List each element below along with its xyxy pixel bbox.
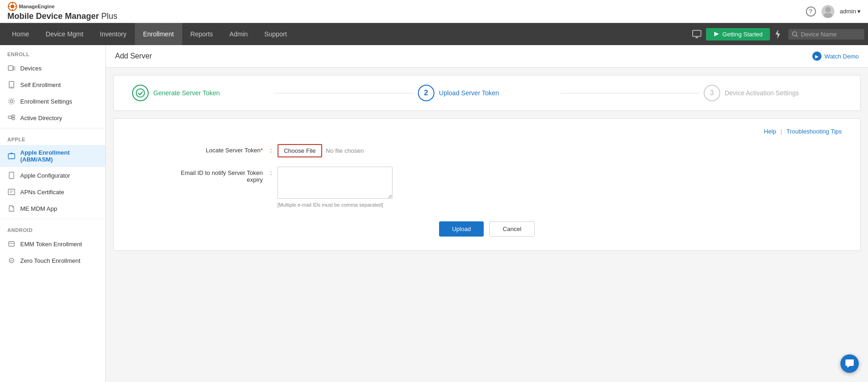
sidebar-section-android: Android <box>0 221 105 236</box>
sidebar-label-apple-enrollment: Apple Enrollment (ABM/ASM) <box>20 149 98 163</box>
step-3-circle: 3 <box>704 85 720 101</box>
email-hint: [Multiple e-mail IDs must be comma separ… <box>278 202 805 208</box>
step-connector-2 <box>561 93 699 93</box>
sidebar-label-apple-configurator: Apple Configurator <box>20 172 70 179</box>
form-actions: Upload Cancel <box>132 221 842 241</box>
content-area: Add Server ▶ Watch Demo Gen <box>106 45 868 382</box>
svg-rect-15 <box>8 66 13 70</box>
form-area: Help | Troubleshooting Tips Locate Serve… <box>113 118 861 251</box>
sidebar-item-active-directory[interactable]: Active Directory <box>0 110 105 126</box>
step-3: 3 Device Activation Settings <box>704 85 842 101</box>
sidebar-item-me-mdm-app[interactable]: ME MDM App <box>0 200 105 217</box>
form-colon-2: : <box>270 167 278 176</box>
sidebar-label-apns-certificate: APNs Certificate <box>20 189 64 196</box>
me-mdm-icon <box>7 204 16 213</box>
step-2-label: Upload Server Token <box>439 89 499 97</box>
nav-support[interactable]: Support <box>256 23 295 45</box>
nav-home[interactable]: Home <box>4 23 37 45</box>
sidebar-item-zero-touch[interactable]: Zero Touch Enrollment <box>0 252 105 269</box>
emm-token-icon <box>7 240 16 248</box>
nav-enrollment[interactable]: Enrollment <box>135 23 182 45</box>
email-textarea[interactable] <box>278 167 393 199</box>
sidebar-label-enrollment-settings: Enrollment Settings <box>20 98 72 105</box>
page-title: Add Server <box>115 52 152 60</box>
sidebar-divider-2 <box>0 219 105 219</box>
avatar[interactable] <box>822 5 834 18</box>
svg-point-6 <box>825 7 831 12</box>
sidebar-section-enroll: Enroll <box>0 45 105 60</box>
step-2-number: 2 <box>424 89 428 97</box>
apple-enrollment-icon <box>7 152 16 160</box>
file-input-row: Choose File No file chosen <box>278 144 805 157</box>
bolt-icon-btn[interactable] <box>770 23 786 45</box>
nav-admin[interactable]: Admin <box>221 23 256 45</box>
play-icon: ▶ <box>812 52 822 61</box>
sidebar-label-emm-token: EMM Token Enrollment <box>20 241 82 248</box>
monitor-icon-btn[interactable] <box>688 23 706 45</box>
svg-line-25 <box>12 117 12 119</box>
active-directory-icon <box>7 114 16 122</box>
sidebar-item-emm-token[interactable]: EMM Token Enrollment <box>0 236 105 252</box>
watch-demo-btn[interactable]: ▶ Watch Demo <box>812 52 859 61</box>
nav-inventory[interactable]: Inventory <box>92 23 135 45</box>
svg-rect-8 <box>693 30 701 36</box>
logo-top: ManageEngine <box>7 1 117 12</box>
admin-menu[interactable]: admin ▾ <box>840 8 861 15</box>
sidebar-label-self-enrollment: Self Enrollment <box>20 81 61 88</box>
troubleshooting-link[interactable]: Troubleshooting Tips <box>787 128 842 135</box>
getting-started-btn[interactable]: Getting Started <box>706 28 770 41</box>
choose-file-btn[interactable]: Choose File <box>278 144 322 157</box>
chat-bubble-btn[interactable] <box>840 354 859 373</box>
wizard-steps: Generate Server Token 2 Upload Server To… <box>113 75 861 111</box>
pipe-divider: | <box>781 128 782 135</box>
svg-point-33 <box>9 258 14 263</box>
apple-configurator-icon <box>7 171 16 179</box>
svg-rect-31 <box>9 242 14 246</box>
sidebar-item-devices[interactable]: Devices <box>0 60 105 76</box>
step-3-label: Device Activation Settings <box>725 89 799 97</box>
chat-icon <box>845 359 855 369</box>
svg-line-14 <box>796 35 798 37</box>
sidebar-item-enrollment-settings[interactable]: Enrollment Settings <box>0 93 105 110</box>
cancel-btn[interactable]: Cancel <box>489 221 534 237</box>
svg-point-19 <box>10 100 13 103</box>
sidebar-item-self-enrollment[interactable]: Self Enrollment <box>0 76 105 93</box>
step-connector-1 <box>275 93 413 93</box>
main-layout: Enroll Devices Self Enrollment <box>0 45 868 382</box>
svg-rect-28 <box>8 189 15 195</box>
help-icon-btn[interactable]: ? <box>806 6 816 17</box>
nav-reports[interactable]: Reports <box>182 23 221 45</box>
page-header: Add Server ▶ Watch Demo <box>106 45 868 68</box>
watch-demo-label: Watch Demo <box>824 53 859 60</box>
sidebar-item-apns-certificate[interactable]: APNs Certificate <box>0 184 105 200</box>
apns-certificate-icon <box>7 188 16 196</box>
search-input[interactable] <box>801 31 861 38</box>
svg-rect-5 <box>15 6 17 7</box>
help-link[interactable]: Help <box>764 128 776 135</box>
step-1: Generate Server Token <box>132 85 270 101</box>
sidebar-item-apple-configurator[interactable]: Apple Configurator <box>0 167 105 184</box>
steps-row: Generate Server Token 2 Upload Server To… <box>114 85 860 101</box>
upload-btn[interactable]: Upload <box>439 221 484 237</box>
sidebar-label-devices: Devices <box>20 65 41 72</box>
getting-started-label: Getting Started <box>723 31 763 38</box>
svg-rect-26 <box>8 154 15 159</box>
logo-area: ManageEngine Mobile Device Manager Plus <box>7 1 117 21</box>
header-right: ? admin ▾ <box>806 5 861 18</box>
svg-point-7 <box>823 13 833 18</box>
sidebar-label-me-mdm-app: ME MDM App <box>20 205 57 212</box>
sidebar-section-apple: Apple <box>0 130 105 145</box>
sidebar-item-apple-enrollment[interactable]: Apple Enrollment (ABM/ASM) <box>0 145 105 167</box>
help-links: Help | Troubleshooting Tips <box>132 128 842 135</box>
search-box[interactable] <box>788 29 864 40</box>
required-marker: * <box>260 147 263 154</box>
nav-device-mgmt[interactable]: Device Mgmt <box>37 23 92 45</box>
admin-name: admin <box>840 8 856 15</box>
sidebar-label-active-directory: Active Directory <box>20 115 62 122</box>
nav-bar: Home Device Mgmt Inventory Enrollment Re… <box>0 23 868 45</box>
locate-server-token-row: Locate Server Token* : Choose File No fi… <box>132 144 842 157</box>
self-enrollment-icon <box>7 81 16 89</box>
svg-point-34 <box>136 89 145 97</box>
no-file-text: No file chosen <box>326 147 364 154</box>
me-logo-icon <box>7 1 17 12</box>
